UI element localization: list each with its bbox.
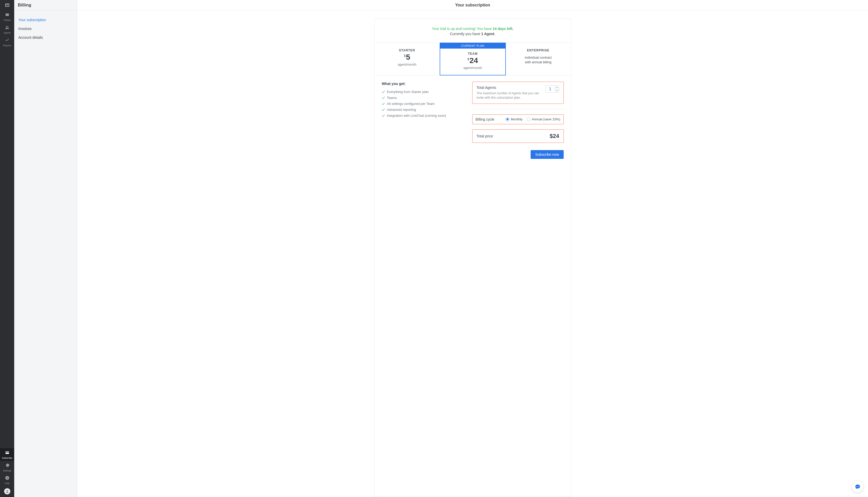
svg-point-8 (856, 486, 857, 487)
plan-name: ENTERPRISE (508, 48, 568, 52)
rail-item-label: Settings (3, 469, 11, 472)
trial-prefix: Your trial is up and running! You have (432, 27, 493, 31)
svg-rect-3 (5, 452, 9, 454)
rail-item-subscribe[interactable]: Subscribe (0, 448, 14, 461)
rail-item-label: Tickets (3, 19, 11, 22)
page-title: Your subscription (77, 0, 868, 10)
billing-cycle-label: Billing cycle (475, 117, 495, 122)
plan-unit: agent/month (377, 62, 437, 66)
secondary-item-account-details[interactable]: Account details (14, 33, 77, 42)
trial-agent-prefix: Currently you have (450, 32, 481, 36)
tickets-icon (5, 12, 10, 18)
billing-cycle-box: Billing cycle MonthlyAnnual (save 15%) (472, 114, 564, 124)
trial-status-line: Your trial is up and running! You have 1… (380, 27, 566, 31)
rail-item-reports[interactable]: Reports (0, 36, 14, 48)
agents-stepper-up[interactable] (555, 86, 559, 89)
plan-desc: individual contractwith annual billing (508, 55, 568, 65)
trial-agent-line: Currently you have 1 Agent. (380, 32, 566, 36)
svg-rect-4 (5, 452, 9, 453)
rail-item-agents[interactable]: Agents (0, 23, 14, 36)
agents-icon (5, 25, 10, 31)
plan-team[interactable]: CURRENT PLANTEAM$24agent/month (440, 43, 506, 75)
subscription-card: Your trial is up and running! You have 1… (374, 18, 571, 497)
rail-item-help[interactable]: ?Help (0, 473, 14, 486)
plan-unit: agent/month (443, 66, 503, 70)
feature-item: Teams (382, 95, 462, 101)
app-logo (0, 0, 14, 10)
billing-cycle-radio-group: MonthlyAnnual (save 15%) (506, 117, 560, 121)
config-block: Total Agents The maximum number of Agent… (472, 82, 564, 159)
plan-price: $24 (443, 56, 503, 65)
features-heading: What you get: (382, 82, 462, 86)
plan-starter[interactable]: STARTER$5agent/month (374, 43, 440, 75)
secondary-item-your-subscription[interactable]: Your subscription (14, 15, 77, 24)
plan-name: STARTER (377, 48, 437, 52)
billing-option-monthly[interactable]: Monthly (506, 117, 523, 121)
plan-picker: STARTER$5agent/monthCURRENT PLANTEAM$24a… (374, 43, 571, 75)
trial-agent-count: 1 Agent (481, 32, 495, 36)
svg-text:?: ? (6, 477, 8, 480)
secondary-panel: Billing Your subscriptionInvoicesAccount… (14, 0, 77, 497)
rail-item-label: Agents (3, 31, 11, 34)
agents-stepper-down[interactable] (555, 89, 559, 93)
secondary-item-invoices[interactable]: Invoices (14, 24, 77, 33)
reports-icon (5, 38, 10, 43)
plan-price: $5 (377, 53, 437, 61)
total-agents-label: Total Agents (476, 85, 545, 90)
total-agents-sub: The maximum number of Agents that you ca… (476, 91, 545, 100)
rail-item-settings[interactable]: Settings (0, 461, 14, 473)
feature-item: Everything from Starter plan (382, 89, 462, 95)
svg-point-9 (857, 486, 858, 487)
svg-point-2 (8, 26, 9, 27)
svg-point-1 (6, 26, 7, 27)
divider (472, 109, 564, 109)
radio-icon (527, 117, 530, 121)
help-icon: ? (5, 475, 10, 481)
agents-stepper-value: 1 (546, 86, 555, 93)
svg-point-10 (858, 486, 859, 487)
billing-option-label: Annual (save 15%) (532, 117, 560, 121)
chat-fab[interactable] (852, 481, 863, 492)
settings-icon (5, 463, 10, 469)
trial-agent-suffix: . (495, 32, 496, 36)
radio-icon (506, 117, 509, 121)
rail-item-label: Reports (3, 44, 11, 47)
secondary-nav: Your subscriptionInvoicesAccount details (14, 10, 77, 47)
total-price-box: Total price $24 (472, 129, 564, 143)
icon-rail: TicketsAgentsReports SubscribeSettings?H… (0, 0, 14, 497)
rail-item-label: Subscribe (2, 457, 12, 459)
feature-item: All settings configured per Team (382, 101, 462, 107)
plan-name: TEAM (443, 52, 503, 56)
main-area: Your subscription Your trial is up and r… (77, 0, 868, 497)
secondary-title: Billing (14, 0, 77, 10)
total-price-value: $24 (550, 133, 559, 140)
billing-option-annual[interactable]: Annual (save 15%) (527, 117, 560, 121)
svg-point-7 (6, 490, 8, 491)
subscribe-button[interactable]: Subscribe now (531, 150, 564, 159)
feature-item: Advanced reporting (382, 107, 462, 113)
features-block: What you get: Everything from Starter pl… (382, 82, 462, 159)
billing-option-label: Monthly (511, 117, 523, 121)
agents-stepper[interactable]: 1 (545, 85, 559, 93)
total-agents-box: Total Agents The maximum number of Agent… (472, 82, 564, 104)
rail-item-label: Help (5, 482, 10, 485)
trial-banner: Your trial is up and running! You have 1… (374, 19, 571, 43)
subscribe-icon (5, 450, 10, 456)
plan-enterprise[interactable]: ENTERPRISEindividual contractwith annual… (506, 43, 571, 75)
feature-item: Integration with LiveChat (coming soon) (382, 113, 462, 118)
rail-item-tickets[interactable]: Tickets (0, 10, 14, 23)
avatar[interactable] (4, 488, 10, 494)
total-price-label: Total price (476, 134, 493, 138)
current-plan-badge: CURRENT PLAN (440, 43, 505, 48)
trial-days-left: 14 days left. (493, 27, 513, 31)
